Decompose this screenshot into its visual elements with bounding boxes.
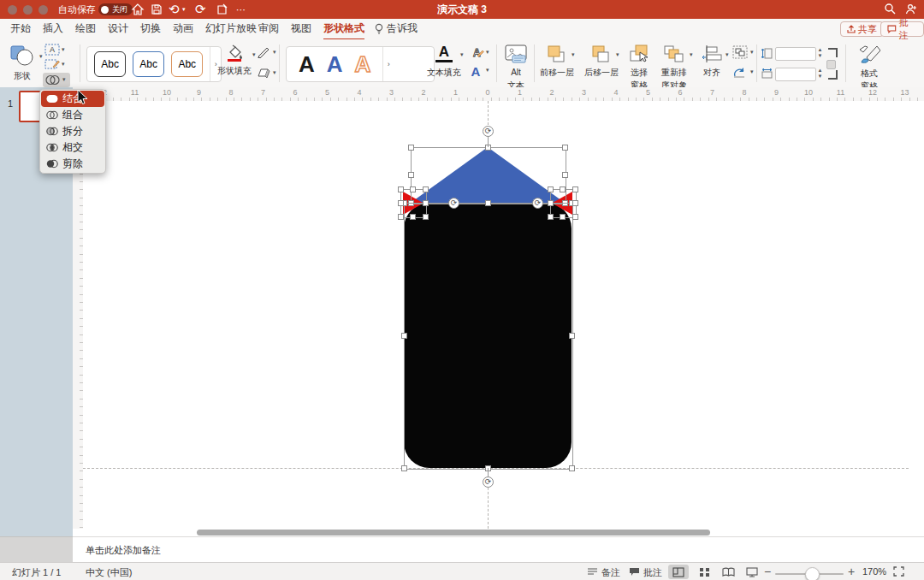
powerpoint-window: 自动保存 关闭 ⟲ ▾ ⟳ ⋯ 演示文稿 3 开始 插入 绘图 设计 切换 <box>0 0 924 580</box>
pencil-body-shape[interactable] <box>404 203 572 468</box>
resize-handle[interactable] <box>401 465 407 471</box>
slideshow-view-button[interactable] <box>742 565 762 579</box>
resize-handle[interactable] <box>569 465 575 471</box>
slide-counter: 幻灯片 1 / 1 <box>12 566 61 579</box>
rotation-stem <box>488 468 489 476</box>
normal-view-button[interactable] <box>668 565 689 579</box>
resize-handle[interactable] <box>408 145 414 151</box>
resize-handle[interactable] <box>408 172 414 178</box>
resize-handle[interactable] <box>398 214 404 220</box>
menu-item-label: 组合 <box>62 108 83 122</box>
resize-handle[interactable] <box>560 214 566 220</box>
zoom-in-button[interactable]: + <box>848 565 855 578</box>
comments-toggle-label[interactable]: 批注 <box>643 566 662 579</box>
zoom-slider-knob[interactable] <box>805 567 820 580</box>
notes-placeholder[interactable]: 单击此处添加备注 <box>86 544 161 557</box>
resize-handle[interactable] <box>410 214 416 220</box>
rotate-handle[interactable]: ⟳ <box>483 126 494 137</box>
resize-handle[interactable] <box>569 333 575 339</box>
resize-handle[interactable] <box>548 214 554 220</box>
language-indicator[interactable]: 中文 (中国) <box>86 566 132 579</box>
resize-handle[interactable] <box>408 200 414 206</box>
resize-handle[interactable] <box>423 214 429 220</box>
resize-handle[interactable] <box>562 172 568 178</box>
pencil-drawing[interactable] <box>0 0 924 580</box>
resize-handle[interactable] <box>560 186 566 192</box>
resize-handle[interactable] <box>423 186 429 192</box>
resize-handle[interactable] <box>423 200 429 206</box>
pencil-tip-shape[interactable] <box>411 147 565 203</box>
resize-handle[interactable] <box>398 200 404 206</box>
resize-handle[interactable] <box>562 145 568 151</box>
fullscreen-icon[interactable] <box>893 566 904 577</box>
resize-handle[interactable] <box>548 186 554 192</box>
menu-item-fragment[interactable]: 拆分 <box>41 123 104 139</box>
menu-item-label: 剪除 <box>62 157 83 171</box>
resize-handle[interactable] <box>398 186 404 192</box>
notes-toggle-label[interactable]: 备注 <box>601 566 620 579</box>
resize-handle[interactable] <box>562 200 568 206</box>
mouse-cursor <box>77 90 89 105</box>
status-bar: 幻灯片 1 / 1 中文 (中国) 备注 批注 − + 170% <box>0 562 924 580</box>
resize-handle[interactable] <box>572 214 578 220</box>
notes-left-gutter <box>0 536 73 563</box>
resize-handle[interactable] <box>572 186 578 192</box>
rotation-stem <box>488 136 489 147</box>
merge-shapes-menu: 结合 组合 拆分 相交 剪除 <box>39 89 106 174</box>
resize-handle[interactable] <box>410 186 416 192</box>
slide-sorter-view-button[interactable] <box>694 565 714 579</box>
menu-item-intersect[interactable]: 相交 <box>41 139 104 156</box>
rotate-handle[interactable]: ⟳ <box>532 198 543 209</box>
zoom-level[interactable]: 170% <box>862 566 886 577</box>
rotate-handle[interactable]: ⟳ <box>448 198 459 209</box>
zoom-out-button[interactable]: − <box>764 565 771 578</box>
menu-item-union[interactable]: 结合 <box>41 91 104 107</box>
resize-handle[interactable] <box>485 200 491 206</box>
resize-handle[interactable] <box>572 200 578 206</box>
notes-pane[interactable]: 单击此处添加备注 <box>73 536 924 563</box>
reading-view-button[interactable] <box>718 565 738 579</box>
menu-item-combine[interactable]: 组合 <box>41 107 104 123</box>
menu-item-label: 拆分 <box>62 124 83 139</box>
comments-toggle-icon[interactable] <box>629 567 640 577</box>
resize-handle[interactable] <box>401 333 407 339</box>
menu-item-label: 相交 <box>62 140 83 155</box>
rotate-handle[interactable]: ⟳ <box>483 476 494 488</box>
menu-item-subtract[interactable]: 剪除 <box>41 156 104 172</box>
resize-handle[interactable] <box>548 200 554 206</box>
horizontal-scrollbar[interactable] <box>197 530 710 536</box>
notes-toggle-icon[interactable] <box>587 567 598 577</box>
